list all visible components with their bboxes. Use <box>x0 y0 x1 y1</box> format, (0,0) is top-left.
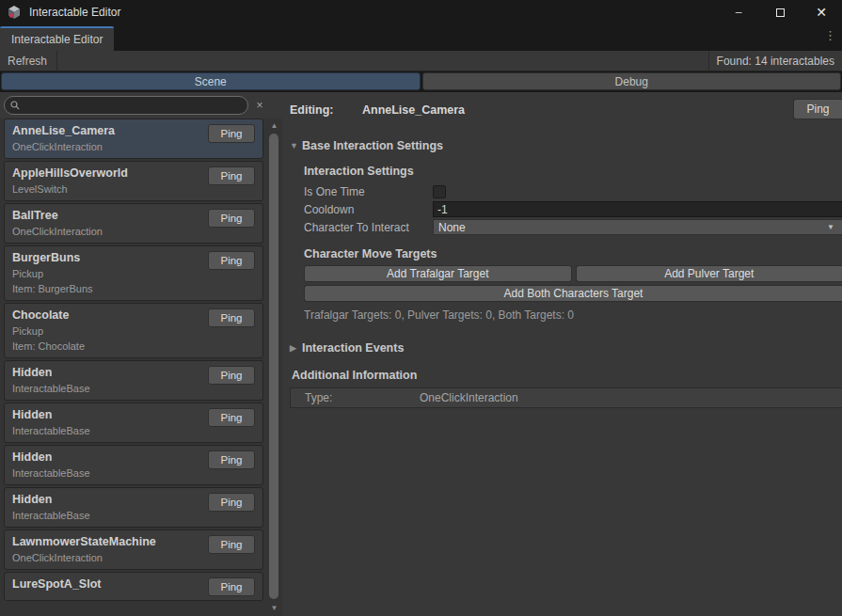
ping-button[interactable]: Ping <box>208 493 255 512</box>
dropdown-value: None <box>438 221 466 234</box>
main-content: × AnneLise_CameraOneClickInteractionPing… <box>0 92 842 616</box>
character-to-interact-dropdown[interactable]: None ▼ <box>433 219 842 235</box>
tab-interactable-editor[interactable]: Interactable Editor <box>0 26 114 51</box>
ping-selected-button[interactable]: Ping <box>793 99 842 119</box>
list-item[interactable]: BallTreeOneClickInteractionPing <box>4 203 263 244</box>
is-one-time-label: Is One Time <box>304 185 433 198</box>
toolbar-spacer <box>57 51 708 71</box>
cooldown-row: Cooldown <box>304 200 842 218</box>
interaction-events-foldout-label: Interaction Events <box>302 341 404 355</box>
detail-panel: Editing: AnneLise_Camera Ping ▼ Base Int… <box>282 92 842 616</box>
window-menu-icon[interactable]: ⋮ <box>824 29 836 41</box>
search-input[interactable] <box>24 99 242 112</box>
additional-information-header: Additional Information <box>292 369 842 382</box>
editing-target-name: AnneLise_Camera <box>362 103 465 117</box>
character-to-interact-label: Character To Interact <box>304 221 433 234</box>
ping-button[interactable]: Ping <box>208 251 255 270</box>
list-item[interactable]: HiddenInteractableBasePing <box>4 360 263 401</box>
found-count-label: Found: 14 interactables <box>708 51 842 71</box>
app-cube-icon <box>7 5 22 20</box>
scene-list-panel: × AnneLise_CameraOneClickInteractionPing… <box>0 92 282 616</box>
add-target-button-row: Add Trafalgar Target Add Pulver Target <box>304 265 842 282</box>
is-one-time-checkbox[interactable] <box>433 185 446 198</box>
toolbar: Refresh Found: 14 interactables <box>0 51 842 71</box>
ping-button[interactable]: Ping <box>208 577 255 596</box>
ping-button[interactable]: Ping <box>208 209 255 228</box>
window-title: Interactable Editor <box>29 6 120 19</box>
list-item[interactable]: HiddenInteractableBasePing <box>4 487 263 528</box>
scroll-up-icon[interactable]: ▲ <box>267 118 281 132</box>
mode-tab-bar: Scene Debug <box>0 71 842 92</box>
target-counts-label: Trafalgar Targets: 0, Pulver Targets: 0,… <box>304 308 842 322</box>
ping-button[interactable]: Ping <box>208 166 255 185</box>
add-both-targets-button[interactable]: Add Both Characters Target <box>304 285 842 302</box>
item-subtitle: Item: Chocolate <box>12 340 255 352</box>
list-item[interactable]: BurgerBunsPickupItem: BurgerBunsPing <box>4 245 263 301</box>
base-settings-section: Interaction Settings Is One Time Cooldow… <box>304 165 842 322</box>
add-trafalgar-target-button[interactable]: Add Trafalgar Target <box>304 265 572 282</box>
type-value: OneClickInteraction <box>420 391 518 404</box>
interaction-settings-header: Interaction Settings <box>304 165 842 178</box>
titlebar: Interactable Editor – ✕ <box>0 0 842 24</box>
character-to-interact-row: Character To Interact None ▼ <box>304 218 842 236</box>
minimize-button[interactable]: – <box>718 0 759 24</box>
maximize-icon <box>776 8 785 17</box>
list-item[interactable]: AnneLise_CameraOneClickInteractionPing <box>4 118 263 159</box>
cooldown-input[interactable] <box>433 201 842 217</box>
move-targets-header: Character Move Targets <box>304 247 842 261</box>
list-item[interactable]: AppleHillsOverworldLevelSwitchPing <box>4 161 263 201</box>
refresh-button[interactable]: Refresh <box>0 51 57 71</box>
foldout-closed-icon: ▶ <box>290 343 302 353</box>
editing-row: Editing: AnneLise_Camera Ping <box>290 101 842 123</box>
ping-button[interactable]: Ping <box>208 308 255 327</box>
scroll-down-icon[interactable]: ▼ <box>267 601 281 614</box>
ping-button[interactable]: Ping <box>208 124 255 143</box>
ping-button[interactable]: Ping <box>208 535 255 554</box>
list-item[interactable]: HiddenInteractableBasePing <box>4 445 263 485</box>
type-info-row: Type: OneClickInteraction <box>290 387 842 408</box>
item-subtitle: Item: BurgerBuns <box>12 283 255 294</box>
is-one-time-row: Is One Time <box>304 182 842 200</box>
interactable-editor-window: Interactable Editor – ✕ Interactable Edi… <box>0 0 842 616</box>
base-settings-foldout[interactable]: ▼ Base Interaction Settings <box>290 139 842 152</box>
chevron-down-icon: ▼ <box>827 223 834 231</box>
editor-tab-row: Interactable Editor ⋮ <box>0 24 842 51</box>
scrollbar-thumb[interactable] <box>269 134 278 599</box>
tab-debug[interactable]: Debug <box>422 72 842 90</box>
foldout-open-icon: ▼ <box>290 141 302 150</box>
search-icon <box>10 101 20 110</box>
add-pulver-target-button[interactable]: Add Pulver Target <box>576 265 842 282</box>
editing-label: Editing: <box>290 103 334 117</box>
list-item[interactable]: LureSpotA_SlotPing <box>4 572 263 601</box>
interaction-events-foldout[interactable]: ▶ Interaction Events <box>290 341 842 355</box>
cooldown-label: Cooldown <box>304 203 433 216</box>
ping-button[interactable]: Ping <box>208 408 255 427</box>
tab-scene[interactable]: Scene <box>1 72 421 90</box>
search-row: × <box>0 92 282 118</box>
ping-button[interactable]: Ping <box>208 366 255 385</box>
list-scrollbar[interactable]: ▲ ▼ <box>267 118 281 616</box>
tab-label: Interactable Editor <box>11 33 103 46</box>
list-item[interactable]: HiddenInteractableBasePing <box>4 403 263 443</box>
ping-button[interactable]: Ping <box>208 450 255 469</box>
maximize-button[interactable] <box>759 0 801 24</box>
interactable-list: AnneLise_CameraOneClickInteractionPingAp… <box>4 118 263 616</box>
list-item[interactable]: ChocolatePickupItem: ChocolatePing <box>4 303 263 358</box>
type-label: Type: <box>305 391 420 404</box>
close-button[interactable]: ✕ <box>801 0 842 24</box>
list-item[interactable]: LawnmowerStateMachineOneClickInteraction… <box>4 529 263 570</box>
base-settings-foldout-label: Base Interaction Settings <box>302 139 443 152</box>
search-clear-button[interactable]: × <box>252 99 267 112</box>
search-field[interactable] <box>4 96 248 115</box>
